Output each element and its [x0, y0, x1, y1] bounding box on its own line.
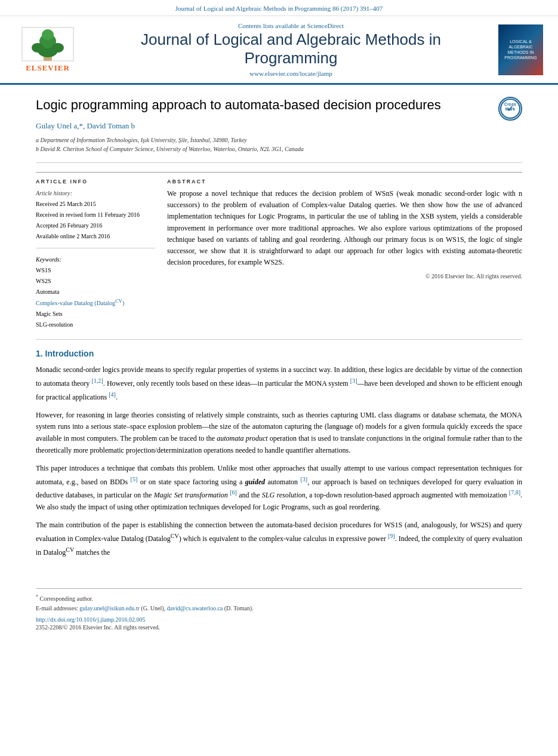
affiliation-a: a Department of Information Technologies…	[36, 136, 522, 145]
article-title: Logic programming approach to automata-b…	[36, 97, 522, 114]
ref-5[interactable]: [5]	[131, 476, 138, 483]
doi-line[interactable]: http://dx.doi.org/10.1016/j.jlamp.2016.0…	[36, 616, 522, 623]
ref-3b[interactable]: [3]	[300, 476, 307, 483]
abstract-text: We propose a novel technique that reduce…	[167, 188, 522, 268]
journal-ref-link[interactable]: Journal of Logical and Algebraic Methods…	[175, 5, 383, 12]
abstract-label: ABSTRACT	[167, 179, 522, 185]
intro-para-2: However, for reasoning in large theories…	[36, 410, 522, 457]
article-history: Article history: Received 25 March 2015 …	[36, 188, 155, 248]
keyword-ws2s: WS2S	[36, 276, 155, 287]
accepted-date: Accepted 26 February 2016	[36, 220, 155, 231]
article-info-label: ARTICLE INFO	[36, 179, 155, 185]
journal-url-link[interactable]: www.elsevier.com/locate/jlamp	[90, 70, 492, 77]
svg-point-5	[52, 43, 64, 53]
svg-point-3	[42, 29, 54, 40]
journal-logo-text: LOGICAL & ALGEBRAIC METHODS IN PROGRAMMI…	[504, 39, 537, 60]
article-info-abstract-area: ARTICLE INFO Article history: Received 2…	[36, 172, 522, 330]
top-bar: Journal of Logical and Algebraic Methods…	[0, 0, 558, 16]
affiliation-b: b David R. Cheriton School of Computer S…	[36, 145, 522, 153]
keyword-datalog: Complex-value Datalog (DatalogCV)	[36, 297, 155, 309]
keywords-area: Keywords: WS1S WS2S Automata Complex-val…	[36, 254, 155, 330]
ref-6[interactable]: [6]	[230, 489, 237, 496]
elsevier-brand: ELSEVIER	[26, 63, 70, 73]
email1-link[interactable]: gulay.unel@isikun.edu.tr	[79, 605, 140, 611]
intro-para-4: The main contribution of the paper is es…	[36, 520, 522, 558]
journal-logo-box: LOGICAL & ALGEBRAIC METHODS IN PROGRAMMI…	[498, 24, 543, 75]
intro-para-1: Monadic second-order logics provide mean…	[36, 364, 522, 403]
contents-line: Contents lists available at ScienceDirec…	[90, 22, 492, 29]
divider-top	[36, 162, 522, 163]
article-info-column: ARTICLE INFO Article history: Received 2…	[36, 179, 155, 330]
abstract-column: ABSTRACT We propose a novel technique th…	[167, 179, 522, 330]
ref-3[interactable]: [3]	[350, 377, 357, 384]
footnote-corresponding: * Corresponding author.	[36, 594, 522, 603]
article-content: Logic programming approach to automata-b…	[0, 85, 558, 576]
intro-heading: 1. Introduction	[36, 349, 522, 358]
received-date: Received 25 March 2015	[36, 199, 155, 210]
divider-intro	[36, 339, 522, 340]
affiliations: a Department of Information Technologies…	[36, 136, 522, 153]
svg-text:Cross: Cross	[504, 102, 516, 106]
journal-title: Journal of Logical and Algebraic Methods…	[90, 30, 492, 67]
intro-para-3: This paper introduces a technique that c…	[36, 463, 522, 514]
email2-link[interactable]: david@cs.uwaterloo.ca	[167, 605, 223, 611]
revised-date: Received in revised form 11 February 201…	[36, 210, 155, 220]
journal-title-area: Contents lists available at ScienceDirec…	[90, 22, 492, 77]
elsevier-logo-area: ELSEVIER	[12, 26, 84, 73]
authors-line: Gulay Unel a,*, David Toman b	[36, 121, 522, 131]
crossmark-badge: ✓ Cross Mark	[498, 97, 522, 121]
crossmark-icon: ✓ Cross Mark	[500, 98, 521, 119]
ref-4[interactable]: [4]	[109, 391, 116, 398]
copyright-notice: © 2016 Elsevier Inc. All rights reserved…	[167, 273, 522, 279]
footnote-emails: E-mail addresses: gulay.unel@isikun.edu.…	[36, 604, 522, 613]
keyword-magic-sets: Magic Sets	[36, 309, 155, 319]
issn-line: 2352-2208/© 2016 Elsevier Inc. All right…	[36, 624, 522, 631]
journal-header: ELSEVIER Contents lists available at Sci…	[0, 16, 558, 85]
sciencedirect-link[interactable]: ScienceDirect	[307, 22, 344, 29]
available-date: Available online 2 March 2016	[36, 231, 155, 242]
svg-point-4	[32, 43, 44, 53]
keyword-ws1s: WS1S	[36, 265, 155, 276]
keyword-automata: Automata	[36, 287, 155, 297]
elsevier-logo: ELSEVIER	[12, 26, 84, 73]
history-label: Article history:	[36, 188, 155, 199]
page-footer: * Corresponding author. E-mail addresses…	[36, 588, 522, 636]
keywords-label: Keywords:	[36, 254, 155, 265]
ref-7-8[interactable]: [7,8]	[509, 489, 520, 496]
ref-9[interactable]: [9]	[388, 533, 395, 539]
journal-logo-right: LOGICAL & ALGEBRAIC METHODS IN PROGRAMMI…	[498, 24, 546, 75]
footnote-marker: *	[36, 594, 38, 600]
ref-1-2[interactable]: [1,2]	[92, 377, 103, 384]
keyword-slg: SLG-resolution	[36, 319, 155, 330]
svg-text:Mark: Mark	[505, 107, 515, 111]
elsevier-tree-icon	[21, 26, 75, 62]
